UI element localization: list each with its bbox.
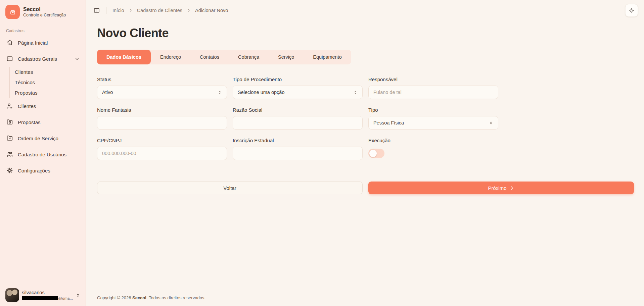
chevrons-up-down-icon <box>489 121 493 125</box>
field-nome-fantasia: Nome Fantasia <box>97 107 227 130</box>
chevrons-up-down-icon <box>353 90 358 95</box>
status-label: Status <box>97 76 227 82</box>
footer-copyright-prefix: Copyright © 2026 <box>97 295 132 300</box>
sidebar-item-propostas[interactable]: Propostas <box>5 114 80 130</box>
sidebar-subitem-propostas[interactable]: Propostas <box>15 88 80 98</box>
responsavel-label: Responsável <box>368 76 498 82</box>
sidebar-item-label: Cadastro de Usuários <box>18 152 66 157</box>
form-actions: Voltar Próximo <box>97 182 634 194</box>
procedimento-select[interactable]: Selecione uma opção <box>233 86 363 99</box>
email-redaction-bar <box>22 296 58 300</box>
brand-name: Seccol <box>23 6 66 13</box>
sidebar-toggle-button[interactable] <box>93 7 100 14</box>
user-name: silvacarlos <box>22 290 73 295</box>
avatar <box>5 288 19 302</box>
field-cpf-cnpj: CPF/CNPJ <box>97 138 227 160</box>
folder-check-icon <box>6 135 13 142</box>
sidebar-section-label: Cadastros <box>6 29 80 33</box>
status-select-value: Ativo <box>102 90 113 95</box>
breadcrumb-cadastro-de-clientes[interactable]: Cadastro de Clientes <box>137 8 182 13</box>
execucao-label: Execução <box>368 138 498 143</box>
sidebar-item-configuracoes[interactable]: Configurações <box>5 162 80 178</box>
user-email: @gma... <box>22 296 73 300</box>
arrow-right-icon <box>509 186 514 191</box>
archive-icon <box>9 8 17 16</box>
nome-fantasia-label: Nome Fantasia <box>97 107 227 113</box>
form-icon <box>6 55 13 62</box>
users-icon <box>6 151 13 158</box>
sidebar-item-clientes[interactable]: Clientes <box>5 98 80 114</box>
nome-fantasia-input[interactable] <box>97 116 227 130</box>
tab-servico[interactable]: Serviço <box>269 50 304 64</box>
field-tipo: Tipo Pessoa Física <box>368 107 498 130</box>
breadcrumb: Início Cadastro de Clientes Adicionar No… <box>112 8 228 13</box>
chevron-right-icon <box>187 8 191 12</box>
tab-dados-basicos[interactable]: Dados Básicos <box>97 50 151 64</box>
chevron-right-icon <box>129 8 133 12</box>
sidebar-nav: Página Inicial Cadastros Gerais Clientes… <box>5 35 80 178</box>
sidebar-item-pagina-inicial[interactable]: Página Inicial <box>5 35 80 51</box>
brand[interactable]: Seccol Controle e Certificação <box>5 5 80 19</box>
sidebar-item-label: Propostas <box>18 119 41 125</box>
field-status: Status Ativo <box>97 76 227 99</box>
razao-social-label: Razão Social <box>233 107 363 113</box>
toggle-knob <box>369 150 377 157</box>
proximo-button[interactable]: Próximo <box>368 182 634 194</box>
tipo-select-value: Pessoa Física <box>373 120 404 125</box>
sidebar-subitem-clientes[interactable]: Clientes <box>15 67 80 77</box>
razao-social-input[interactable] <box>233 116 363 130</box>
gear-icon <box>6 167 13 174</box>
topbar: Início Cadastro de Clientes Adicionar No… <box>86 0 644 21</box>
field-inscricao-estadual: Inscrição Estadual <box>233 138 363 160</box>
voltar-button[interactable]: Voltar <box>97 182 363 194</box>
footer-copyright-suffix: . Todos os direitos reservados. <box>146 295 205 300</box>
proximo-button-label: Próximo <box>488 185 506 191</box>
grid-spacer <box>504 76 634 99</box>
sidebar-item-label: Ordem de Serviço <box>18 136 58 141</box>
procedimento-label: Tipo de Procedimento <box>233 76 363 82</box>
field-tipo-de-procedimento: Tipo de Procedimento Selecione uma opção <box>233 76 363 99</box>
sidebar-item-ordem-de-servico[interactable]: Ordem de Serviço <box>5 130 80 146</box>
footer: Copyright © 2026 Seccol. Todos os direit… <box>97 290 634 306</box>
tipo-label: Tipo <box>368 107 498 113</box>
breadcrumb-adicionar-novo: Adicionar Novo <box>195 8 228 13</box>
content: Novo Cliente Dados Básicos Endereço Cont… <box>86 21 644 306</box>
form-dados-basicos: Status Ativo Tipo de Procedimento Seleci… <box>97 76 634 160</box>
brand-logo <box>5 5 20 19</box>
responsavel-input[interactable] <box>368 86 498 99</box>
user-check-icon <box>6 102 13 110</box>
sidebar-subitem-tecnicos[interactable]: Técnicos <box>15 77 80 88</box>
grid-spacer <box>504 107 634 130</box>
breadcrumb-inicio[interactable]: Início <box>112 8 124 13</box>
cpf-cnpj-label: CPF/CNPJ <box>97 138 227 143</box>
tab-endereco[interactable]: Endereço <box>151 50 190 64</box>
procedimento-select-value: Selecione uma opção <box>238 90 284 95</box>
chevrons-up-down-icon <box>76 293 80 298</box>
execucao-toggle[interactable] <box>368 149 384 158</box>
sidebar-item-label: Cadastros Gerais <box>18 56 57 62</box>
tipo-select[interactable]: Pessoa Física <box>368 116 498 130</box>
folder-clock-icon <box>6 118 13 126</box>
status-select[interactable]: Ativo <box>97 86 227 99</box>
sidebar: Seccol Controle e Certificação Cadastros… <box>0 0 86 306</box>
tab-contatos[interactable]: Contatos <box>190 50 229 64</box>
theme-toggle-button[interactable] <box>625 4 638 17</box>
sidebar-item-cadastros-gerais[interactable]: Cadastros Gerais <box>5 51 80 67</box>
form-tabs: Dados Básicos Endereço Contatos Cobrança… <box>97 50 351 64</box>
topbar-divider <box>106 7 106 14</box>
chevron-down-icon[interactable] <box>75 56 80 61</box>
sidebar-item-cadastro-de-usuarios[interactable]: Cadastro de Usuários <box>5 146 80 162</box>
tab-equipamento[interactable]: Equipamento <box>304 50 351 64</box>
sidebar-subnav-cadastros-gerais: Clientes Técnicos Propostas <box>9 67 80 98</box>
user-email-suffix: @gma... <box>58 296 73 300</box>
grid-spacer <box>504 138 634 160</box>
tab-cobranca[interactable]: Cobrança <box>229 50 269 64</box>
home-icon <box>6 39 13 46</box>
inscricao-estadual-input[interactable] <box>233 147 363 160</box>
chevrons-up-down-icon <box>218 90 222 95</box>
sidebar-item-label: Clientes <box>18 103 36 109</box>
cpf-cnpj-input[interactable] <box>97 147 227 160</box>
field-razao-social: Razão Social <box>233 107 363 130</box>
user-menu[interactable]: silvacarlos @gma... <box>5 285 80 302</box>
brand-subtitle: Controle e Certificação <box>23 13 66 18</box>
